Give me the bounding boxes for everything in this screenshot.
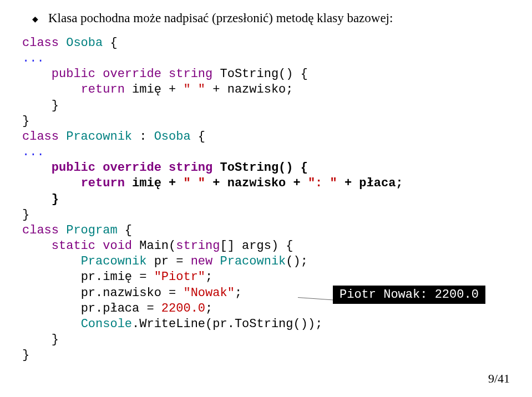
bullet-icon: ◆ bbox=[32, 14, 38, 23]
keyword-class: class bbox=[22, 130, 59, 144]
keyword-override: override bbox=[103, 161, 161, 175]
console-output: Piotr Nowak: 2200.0 bbox=[333, 286, 485, 304]
type-pracownik: Pracownik bbox=[66, 130, 132, 144]
ellipsis: ... bbox=[22, 52, 44, 65]
page-number: 9/41 bbox=[488, 371, 510, 386]
keyword-override: override bbox=[103, 67, 161, 81]
method-tostring: ToString bbox=[220, 161, 278, 175]
number-literal: 2200.0 bbox=[161, 302, 205, 315]
string-literal: ": " bbox=[308, 176, 337, 190]
type-program: Program bbox=[66, 223, 117, 237]
string-literal: "Nowak" bbox=[183, 286, 234, 300]
keyword-return: return bbox=[81, 176, 125, 190]
code-block: class Osoba { ... public override string… bbox=[22, 35, 510, 363]
keyword-return: return bbox=[81, 83, 125, 96]
keyword-void: void bbox=[103, 239, 132, 253]
bullet-text: Klasa pochodna może nadpisać (przesłonić… bbox=[48, 11, 393, 26]
keyword-public: public bbox=[52, 67, 95, 81]
method-main: Main bbox=[139, 239, 169, 253]
ellipsis: ... bbox=[22, 145, 44, 159]
keyword-new: new bbox=[191, 255, 213, 268]
keyword-class: class bbox=[22, 36, 59, 50]
keyword-class: class bbox=[22, 223, 59, 237]
method-writeline: WriteLine bbox=[139, 317, 205, 331]
method-tostring: ToString bbox=[220, 67, 278, 81]
keyword-public: public bbox=[52, 161, 95, 175]
keyword-static: static bbox=[52, 239, 95, 253]
string-literal: " " bbox=[183, 83, 205, 96]
type-console: Console bbox=[81, 317, 132, 331]
keyword-string: string bbox=[169, 67, 212, 81]
string-literal: "Piotr" bbox=[154, 270, 205, 284]
type-osoba: Osoba bbox=[66, 36, 103, 50]
string-literal: " " bbox=[183, 176, 205, 190]
keyword-string: string bbox=[169, 161, 212, 175]
bullet-point: ◆ Klasa pochodna może nadpisać (przesłon… bbox=[22, 11, 510, 26]
